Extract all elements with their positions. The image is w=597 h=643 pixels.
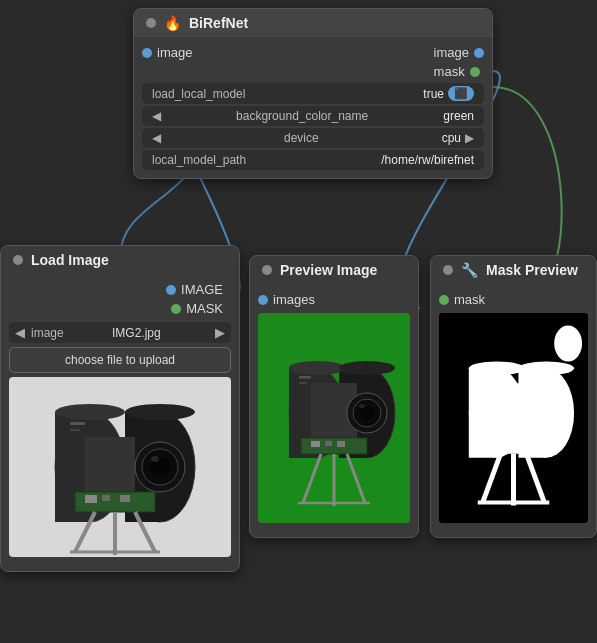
mask-preview-body: mask (431, 284, 596, 537)
IMAGE-dot (166, 285, 176, 295)
field-value-device: cpu ▶ (442, 131, 474, 145)
header-dot (146, 18, 156, 28)
green-dot-out (470, 67, 480, 77)
svg-rect-46 (491, 383, 537, 438)
next-arrow[interactable]: ▶ (209, 322, 231, 343)
birefnet-node: 🔥 BiRefNet image image mask (133, 8, 493, 179)
input-port-image[interactable]: image (134, 43, 200, 62)
preview-header-dot (262, 265, 272, 275)
mask-black-area (439, 313, 588, 523)
load-image-body: IMAGE MASK ◀ image IMG2.jpg ▶ choose fil… (1, 274, 239, 571)
image-selector-label: image (31, 326, 64, 340)
svg-point-37 (359, 404, 365, 408)
field-value-path: /home/rw/birefnet (381, 153, 474, 167)
svg-rect-39 (299, 376, 311, 379)
svg-line-50 (483, 454, 501, 503)
load-image-header: Load Image (1, 246, 239, 274)
ports-right: image mask (426, 43, 492, 81)
field-label-device: device (284, 131, 319, 145)
IMAGE-label: IMAGE (181, 282, 223, 297)
birefnet-body: image image mask load_local_model true ⬛ (134, 37, 492, 178)
preview-image-title: Preview Image (280, 262, 377, 278)
field-load-local-model: load_local_model true ⬛ (142, 83, 484, 104)
svg-point-20 (125, 404, 195, 420)
preview-image-header: Preview Image (250, 256, 418, 284)
toggle-value-text: true (423, 87, 444, 101)
preview-image-body: images (250, 284, 418, 537)
input-label-image: image (157, 45, 192, 60)
mask-in-label: mask (454, 292, 485, 307)
mask-in-dot (439, 295, 449, 305)
svg-rect-8 (120, 495, 130, 502)
input-port-images[interactable]: images (250, 290, 418, 309)
field-device: ◀ device cpu ▶ (142, 128, 484, 148)
output-label-image: image (434, 45, 469, 60)
mask-preview-header: 🔧 Mask Preview (431, 256, 596, 284)
preview-green-area (258, 313, 410, 523)
birefnet-header: 🔥 BiRefNet (134, 9, 492, 37)
svg-rect-7 (102, 495, 110, 501)
load-image-title: Load Image (31, 252, 109, 268)
mask-preview-node: 🔧 Mask Preview mask (430, 255, 597, 538)
svg-line-30 (303, 454, 321, 503)
output-port-image[interactable]: image (426, 43, 492, 62)
images-dot (258, 295, 268, 305)
upload-button[interactable]: choose file to upload (9, 347, 231, 373)
input-port-mask[interactable]: mask (431, 290, 596, 309)
filename-display: IMG2.jpg (64, 326, 209, 340)
field-background-color: ◀ background_color_name green (142, 106, 484, 126)
svg-rect-28 (325, 441, 332, 446)
mask-preview-title: Mask Preview (486, 262, 578, 278)
svg-rect-6 (85, 495, 97, 503)
svg-rect-19 (70, 429, 80, 431)
svg-point-38 (289, 361, 345, 375)
output-port-IMAGE[interactable]: IMAGE (158, 280, 231, 299)
svg-rect-4 (85, 437, 135, 497)
output-port-mask[interactable]: mask (426, 62, 492, 81)
MASK-dot (171, 304, 181, 314)
blue-dot (142, 48, 152, 58)
svg-rect-29 (337, 441, 345, 447)
svg-point-36 (360, 406, 374, 420)
left-arrow-device[interactable]: ◀ (152, 131, 161, 145)
svg-point-48 (469, 361, 525, 375)
preview-image-node: Preview Image images (249, 255, 419, 538)
birefnet-title: BiRefNet (189, 15, 248, 31)
field-value-load-local-model: true ⬛ (423, 86, 474, 101)
svg-line-51 (526, 454, 544, 503)
output-port-MASK[interactable]: MASK (163, 299, 231, 318)
svg-rect-26 (301, 438, 367, 454)
svg-point-16 (151, 456, 159, 462)
svg-rect-47 (481, 438, 547, 454)
svg-rect-27 (311, 441, 320, 447)
load-image-node: Load Image IMAGE MASK ◀ image IMG2.jpg ▶… (0, 245, 240, 572)
blue-dot-out (474, 48, 484, 58)
load-header-dot (13, 255, 23, 265)
field-value-bg: green (443, 109, 474, 123)
toggle-button[interactable]: ⬛ (448, 86, 474, 101)
images-label: images (273, 292, 315, 307)
birefnet-icon: 🔥 (164, 15, 181, 31)
field-label-load-local-model: load_local_model (152, 87, 245, 101)
svg-point-17 (55, 404, 125, 420)
ports-container: image image mask (134, 43, 492, 81)
svg-point-41 (339, 361, 395, 375)
svg-rect-18 (70, 422, 85, 425)
mask-icon: 🔧 (461, 262, 478, 278)
svg-point-54 (554, 326, 582, 362)
output-label-mask: mask (434, 64, 465, 79)
image-selector[interactable]: ◀ image IMG2.jpg ▶ (9, 322, 231, 343)
left-arrow-bg[interactable]: ◀ (152, 109, 161, 123)
device-value: cpu (442, 131, 461, 145)
field-label-path: local_model_path (152, 153, 246, 167)
svg-line-31 (347, 454, 365, 503)
right-arrow-device[interactable]: ▶ (465, 131, 474, 145)
prev-arrow[interactable]: ◀ (9, 322, 31, 343)
MASK-label: MASK (186, 301, 223, 316)
path-value: /home/rw/birefnet (381, 153, 474, 167)
svg-rect-40 (299, 382, 307, 384)
field-label-bg: background_color_name (236, 109, 368, 123)
field-local-model-path: local_model_path /home/rw/birefnet (142, 150, 484, 170)
bg-color-value: green (443, 109, 474, 123)
load-image-preview (9, 377, 231, 557)
